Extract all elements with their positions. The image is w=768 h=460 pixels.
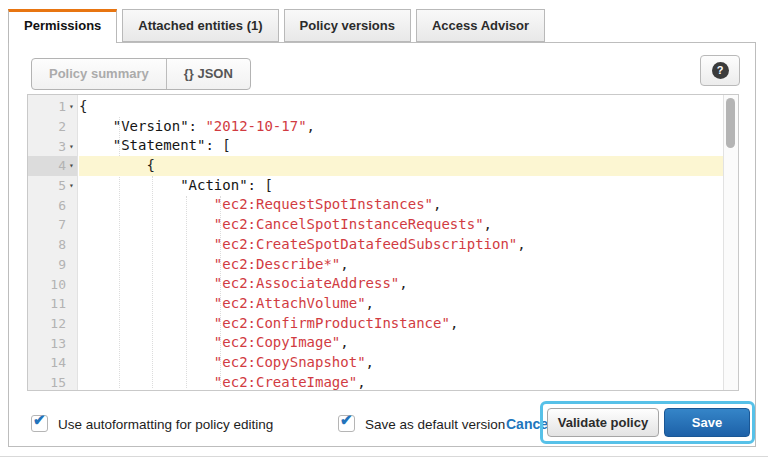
code-line-14[interactable]: "ec2:CopySnapshot", xyxy=(79,353,724,373)
validate-policy-button[interactable]: Validate policy xyxy=(547,408,659,437)
line-number: 12 xyxy=(50,316,66,331)
line-number: 9 xyxy=(58,257,66,272)
code-line-5[interactable]: "Action": [ xyxy=(79,176,724,196)
editor-scrollbar[interactable] xyxy=(723,95,738,390)
fold-arrow-icon[interactable]: ▾ xyxy=(66,161,77,170)
tab-bar: PermissionsAttached entities (1)Policy v… xyxy=(8,9,545,43)
gutter-line-2: 2 xyxy=(28,117,77,137)
gutter-line-13: 13 xyxy=(28,333,77,353)
fold-arrow-icon[interactable]: ▾ xyxy=(66,181,77,190)
gutter-line-8: 8 xyxy=(28,235,77,255)
gutter-line-3: 3▾ xyxy=(28,136,77,156)
code-line-8[interactable]: "ec2:CreateSpotDatafeedSubscription", xyxy=(79,235,724,255)
policy-summary-button[interactable]: Policy summary xyxy=(32,59,167,89)
help-button[interactable]: ? xyxy=(700,55,740,86)
gutter-line-12: 12 xyxy=(28,314,77,334)
json-button[interactable]: {} JSON xyxy=(167,59,250,89)
save-button[interactable]: Save xyxy=(664,408,750,437)
policy-panel: Policy summary {} JSON ? 1▾23▾4▾5▾678910… xyxy=(8,42,756,447)
default-version-label[interactable]: Save as default version xyxy=(365,417,505,432)
line-number: 5 xyxy=(58,178,66,193)
code-line-15[interactable]: "ec2:CreateImage", xyxy=(79,373,724,390)
code-line-12[interactable]: "ec2:ConfirmProductInstance", xyxy=(79,314,724,334)
code-line-9[interactable]: "ec2:Describe*", xyxy=(79,255,724,275)
line-number: 2 xyxy=(58,119,66,134)
line-number: 11 xyxy=(50,296,66,311)
line-number: 13 xyxy=(50,336,66,351)
gutter-line-7: 7 xyxy=(28,215,77,235)
gutter-line-5: 5▾ xyxy=(28,176,77,196)
code-line-4[interactable]: { xyxy=(79,156,724,176)
default-version-checkbox[interactable]: ✔ xyxy=(338,415,355,432)
line-number: 14 xyxy=(50,355,66,370)
policy-json-editor[interactable]: 1▾23▾4▾5▾6789101112131415 { "Version": "… xyxy=(27,94,739,391)
editor-gutter: 1▾23▾4▾5▾6789101112131415 xyxy=(28,95,78,390)
gutter-line-11: 11 xyxy=(28,294,77,314)
tab-attached-entities-1[interactable]: Attached entities (1) xyxy=(122,9,278,42)
code-line-6[interactable]: "ec2:RequestSpotInstances", xyxy=(79,195,724,215)
autoformat-label[interactable]: Use autoformatting for policy editing xyxy=(58,417,273,432)
question-mark-icon: ? xyxy=(712,62,729,79)
line-number: 4 xyxy=(58,158,66,173)
autoformat-checkbox[interactable]: ✔ xyxy=(31,415,48,432)
gutter-line-4: 4▾ xyxy=(28,156,77,176)
tab-access-advisor[interactable]: Access Advisor xyxy=(416,9,545,42)
code-line-3[interactable]: "Statement": [ xyxy=(79,136,724,156)
page-divider xyxy=(0,456,768,457)
code-line-2[interactable]: "Version": "2012-10-17", xyxy=(79,117,724,137)
code-line-1[interactable]: { xyxy=(79,97,724,117)
line-number: 1 xyxy=(58,99,66,114)
checkmark-icon: ✔ xyxy=(340,411,353,429)
line-number: 8 xyxy=(58,237,66,252)
code-line-10[interactable]: "ec2:AssociateAddress", xyxy=(79,274,724,294)
gutter-line-15: 15 xyxy=(28,373,77,393)
gutter-line-6: 6 xyxy=(28,195,77,215)
line-number: 7 xyxy=(58,217,66,232)
code-line-7[interactable]: "ec2:CancelSpotInstanceRequests", xyxy=(79,215,724,235)
line-number: 3 xyxy=(58,139,66,154)
tab-policy-versions[interactable]: Policy versions xyxy=(284,9,411,42)
checkmark-icon: ✔ xyxy=(33,411,46,429)
gutter-line-14: 14 xyxy=(28,353,77,373)
view-toggle-group: Policy summary {} JSON xyxy=(31,58,251,90)
tab-permissions[interactable]: Permissions xyxy=(8,9,117,43)
gutter-line-10: 10 xyxy=(28,274,77,294)
code-line-11[interactable]: "ec2:AttachVolume", xyxy=(79,294,724,314)
gutter-line-9: 9 xyxy=(28,255,77,275)
line-number: 10 xyxy=(50,277,66,292)
editor-code-area[interactable]: { "Version": "2012-10-17", "Statement": … xyxy=(79,95,724,390)
code-line-13[interactable]: "ec2:CopyImage", xyxy=(79,333,724,353)
gutter-line-1: 1▾ xyxy=(28,97,77,117)
fold-arrow-icon[interactable]: ▾ xyxy=(66,102,77,111)
line-number: 6 xyxy=(58,198,66,213)
scrollbar-thumb[interactable] xyxy=(726,98,735,148)
fold-arrow-icon[interactable]: ▾ xyxy=(66,142,77,151)
line-number: 15 xyxy=(50,375,66,390)
